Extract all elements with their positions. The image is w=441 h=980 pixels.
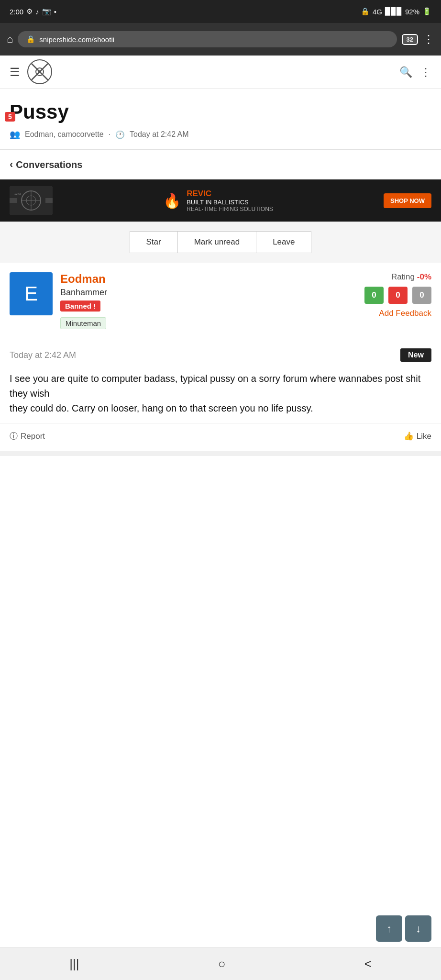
- browser-home-button[interactable]: ⌂: [7, 33, 13, 45]
- ad-shop-button[interactable]: SHOP NOW: [384, 193, 431, 208]
- like-label: Like: [417, 432, 431, 441]
- ad-scope-image: 1243: [10, 186, 53, 215]
- status-time: 2:00: [10, 8, 23, 16]
- thread-title-section: Pussy 👥 Eodman, camocorvette · 🕐 Today a…: [0, 89, 441, 149]
- post-timestamp-row: Today at 2:42 AM New: [0, 339, 441, 367]
- rank-badge: Minuteman: [60, 317, 106, 329]
- report-icon: ⓘ: [10, 431, 18, 442]
- user-rating-section: Rating -0% 0 0 0 Add Feedback: [364, 272, 431, 318]
- banned-badge: Banned !: [60, 301, 100, 312]
- ad-tagline: REAL-TIME FIRING SOLUTIONS: [187, 206, 273, 212]
- chevron-left-icon: ‹: [10, 158, 13, 171]
- negative-feedback-badge: 0: [388, 287, 408, 304]
- user-role: Banhammer: [60, 288, 357, 298]
- feedback-badges: 0 0 0: [364, 287, 431, 304]
- status-right: 🔒 4G ▉▉▉ 92% 🔋: [361, 7, 431, 16]
- report-label: Report: [21, 432, 45, 441]
- site-header-right: 🔍 ⋮: [399, 66, 431, 79]
- site-header-left: ☰: [10, 59, 53, 85]
- positive-feedback-badge: 0: [364, 287, 384, 304]
- ad-headline: BUILT IN BALLISTICS: [187, 199, 273, 206]
- thread-participants: Eodman, camocorvette: [25, 130, 104, 139]
- leave-button[interactable]: Leave: [256, 231, 311, 253]
- site-more-button[interactable]: ⋮: [420, 66, 431, 79]
- settings-icon: ⚙: [26, 7, 33, 16]
- signal-label: 4G: [373, 8, 382, 16]
- conversations-back-link[interactable]: ‹ Conversations: [0, 149, 441, 179]
- hamburger-menu-button[interactable]: ☰: [10, 66, 20, 79]
- svg-rect-10: [10, 198, 17, 203]
- browser-bar: ⌂ 🔒 snipershide.com/shootii 32 ⋮: [0, 23, 441, 56]
- site-header: ☰ 🔍 ⋮: [0, 56, 441, 89]
- conversations-label: Conversations: [16, 159, 82, 170]
- neutral-feedback-badge: 0: [412, 287, 431, 304]
- svg-point-4: [38, 70, 41, 73]
- browser-tabs-button[interactable]: 32: [402, 34, 418, 45]
- svg-text:1243: 1243: [14, 192, 21, 195]
- status-left: 2:00 ⚙ ♪ 📷 •: [10, 7, 56, 16]
- rating-label: Rating: [391, 272, 415, 281]
- search-button[interactable]: 🔍: [399, 66, 412, 78]
- section-divider: [0, 451, 441, 456]
- action-buttons-row: Star Mark unread Leave: [0, 222, 441, 263]
- url-text: snipershide.com/shootii: [39, 35, 114, 44]
- ad-banner-left: 🔥 REVIC BUILT IN BALLISTICS REAL-TIME FI…: [163, 189, 273, 212]
- flame-icon: 🔥: [163, 192, 181, 209]
- tiktok-icon: ♪: [35, 8, 39, 16]
- new-badge: New: [400, 348, 431, 362]
- instagram-icon: 📷: [42, 7, 51, 16]
- post-body-text: I see you are quite to computer badass, …: [10, 373, 420, 413]
- notification-badge: 5: [5, 112, 15, 122]
- battery-icon: 🔋: [422, 7, 431, 16]
- status-dot: •: [54, 8, 56, 16]
- battery-percent: 92%: [405, 8, 419, 16]
- user-avatar: E: [10, 272, 53, 315]
- user-details: Eodman Banhammer Banned ! Minuteman: [60, 272, 357, 329]
- user-name[interactable]: Eodman: [60, 272, 357, 286]
- post-actions: ⓘ Report 👍 Like: [0, 423, 441, 451]
- browser-more-button[interactable]: ⋮: [423, 33, 434, 46]
- post-body: I see you are quite to computer badass, …: [0, 367, 441, 423]
- post-card: E Eodman Banhammer Banned ! Minuteman Ra…: [0, 263, 441, 339]
- report-button[interactable]: ⓘ Report: [10, 431, 45, 442]
- star-button[interactable]: Star: [130, 231, 177, 253]
- battery-lock-icon: 🔒: [361, 7, 370, 16]
- participants-icon: 👥: [10, 129, 20, 140]
- ad-brand-name: REVIC: [187, 189, 273, 199]
- svg-rect-11: [45, 198, 53, 203]
- post-timestamp: Today at 2:42 AM: [10, 350, 76, 360]
- browser-url-bar[interactable]: 🔒 snipershide.com/shootii: [18, 31, 397, 47]
- like-icon: 👍: [404, 431, 414, 441]
- clock-icon: 🕐: [115, 130, 125, 139]
- lock-icon: 🔒: [26, 35, 35, 44]
- like-button[interactable]: 👍 Like: [404, 431, 431, 441]
- add-feedback-link[interactable]: Add Feedback: [364, 309, 431, 318]
- ad-text: REVIC BUILT IN BALLISTICS REAL-TIME FIRI…: [187, 189, 273, 212]
- site-logo: [27, 59, 53, 85]
- rating-value: -0%: [417, 272, 431, 281]
- rating-text: Rating -0%: [364, 272, 431, 282]
- thread-title: Pussy: [10, 100, 431, 123]
- status-bar: 2:00 ⚙ ♪ 📷 • 🔒 4G ▉▉▉ 92% 🔋: [0, 0, 441, 23]
- thread-timestamp: Today at 2:42 AM: [130, 130, 189, 139]
- user-section: E Eodman Banhammer Banned ! Minuteman Ra…: [10, 272, 431, 329]
- ad-banner: 1243 🔥 REVIC BUILT IN BALLISTICS REAL-TI…: [0, 179, 441, 222]
- thread-meta: 👥 Eodman, camocorvette · 🕐 Today at 2:42…: [10, 129, 431, 140]
- signal-bars-icon: ▉▉▉: [385, 7, 402, 16]
- mark-unread-button[interactable]: Mark unread: [177, 231, 256, 253]
